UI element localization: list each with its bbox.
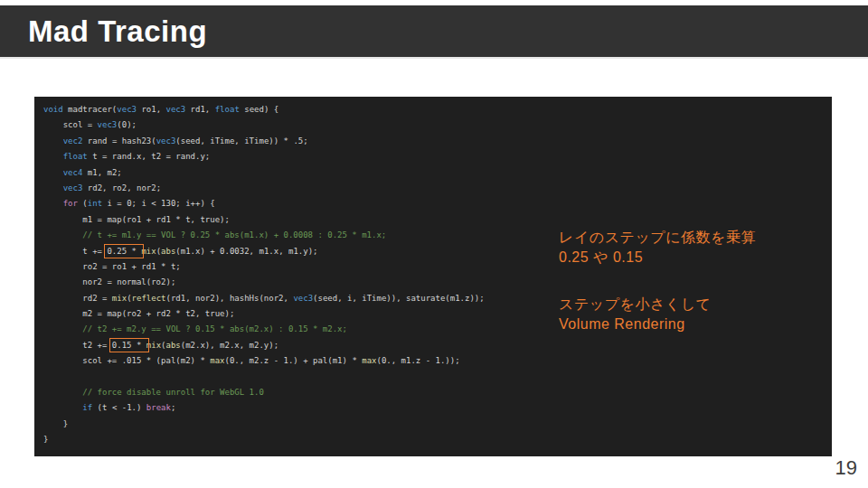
- code-token: (: [78, 199, 88, 208]
- code-token: vec3: [98, 120, 118, 129]
- code-line: vec2 rand = hash23(vec3(seed, iTime, iTi…: [43, 134, 832, 149]
- code-token: t = rand.x, t2 = rand.y;: [88, 152, 210, 161]
- code-line: nor2 = normal(ro2);: [43, 275, 832, 290]
- code-token: reflect: [132, 294, 166, 303]
- code-token: scol =: [43, 120, 98, 129]
- code-panel: void madtracer(vec3 ro1, vec3 rd1, float…: [34, 97, 832, 456]
- code-token: scol += .015 * (pal(m2) *: [43, 356, 210, 365]
- code-line: vec4 m1, m2;: [43, 165, 832, 181]
- code-token: (m2.x), m2.x, m2.y);: [181, 341, 278, 350]
- code-token: }: [43, 419, 68, 428]
- code-token: max: [210, 356, 224, 365]
- code-token: vec2: [63, 136, 83, 145]
- code-token: rand = hash23(: [82, 136, 156, 145]
- code-line: for (int i = 0; i < 130; i++) {: [43, 196, 832, 211]
- code-token: (0., m2.z - 1.) + pal(m1) *: [225, 356, 363, 365]
- annotation-line: Volume Rendering: [559, 314, 711, 334]
- code-token: mix: [141, 247, 156, 256]
- code-token: t2 +=: [43, 341, 112, 350]
- code-token: ro1,: [137, 105, 166, 114]
- code-token: [43, 403, 82, 412]
- code-token: void: [43, 105, 63, 114]
- code-token: [43, 136, 63, 145]
- code-line: scol = vec3(0);: [43, 117, 832, 133]
- code-token: rd1,: [185, 105, 215, 114]
- code-token: max: [362, 356, 376, 365]
- slide-title: Mad Tracing: [28, 14, 207, 49]
- code-token: // force disable unroll for WebGL 1.0: [43, 388, 264, 397]
- code-token: nor2 = normal(ro2);: [43, 277, 175, 286]
- code-token: (seed, iTime, iTime)) * .5;: [175, 136, 307, 145]
- code-token: rd2, ro2, nor2;: [82, 183, 161, 192]
- annotation-line: ステップを小さくして: [559, 295, 711, 314]
- code-token: madtracer(: [63, 105, 118, 114]
- code-line: float t = rand.x, t2 = rand.y;: [43, 149, 832, 164]
- code-token: (m1.x) + 0.0032, m1.x, m1.y);: [175, 247, 317, 256]
- code-token: (t < -1.): [92, 403, 146, 412]
- code-line: }: [43, 432, 832, 447]
- code-token: m1 = map(ro1 + rd1 * t, true);: [43, 215, 230, 224]
- code-token: [43, 152, 63, 161]
- code-line: void madtracer(vec3 ro1, vec3 rd1, float…: [43, 102, 832, 117]
- highlight-box: 0.25 *: [107, 247, 141, 256]
- page-number: 19: [835, 456, 857, 480]
- code-line: // t2 += m2.y == VOL ? 0.15 * abs(m2.x) …: [43, 322, 832, 337]
- code-token: (seed, i, iTime)), saturate(m1.z));: [313, 294, 485, 303]
- code-token: t +=: [43, 247, 107, 256]
- code-token: mix: [146, 341, 161, 350]
- code-token: int: [88, 199, 102, 208]
- code-token: vec3: [63, 183, 83, 192]
- code-token: vec3: [117, 105, 137, 114]
- code-token: (rd1, nor2), hashHs(nor2,: [165, 294, 293, 303]
- code-token: i = 0; i < 130; i++) {: [102, 199, 215, 208]
- code-token: vec4: [63, 168, 83, 177]
- code-token: }: [43, 435, 48, 444]
- code-line: m1 = map(ro1 + rd1 * t, true);: [43, 212, 832, 228]
- code-token: m2 = map(ro2 + rd2 * t2, true);: [43, 309, 234, 318]
- code-token: // t2 += m2.y == VOL ? 0.15 * abs(m2.x) …: [43, 324, 347, 333]
- code-token: (0);: [117, 120, 137, 129]
- code-token: abs: [165, 341, 180, 350]
- code-line: [43, 370, 832, 385]
- code-token: vec3: [293, 294, 313, 303]
- code-line: if (t < -1.) break;: [43, 400, 832, 416]
- code-line: m2 = map(ro2 + rd2 * t2, true);: [43, 306, 832, 322]
- code-token: seed) {: [240, 105, 278, 114]
- code-block: void madtracer(vec3 ro1, vec3 rd1, float…: [43, 102, 832, 448]
- code-token: break: [146, 403, 171, 412]
- annotation-step-coefficient: レイのステップに係数を乗算 0.25 や 0.15: [559, 228, 756, 267]
- code-token: for: [63, 199, 78, 208]
- annotation-line: レイのステップに係数を乗算: [559, 228, 756, 248]
- code-token: ro2 = ro1 + rd1 * t;: [43, 262, 181, 271]
- code-token: ;: [171, 403, 175, 412]
- code-token: float: [215, 105, 240, 114]
- code-line: }: [43, 417, 832, 432]
- code-token: [43, 168, 63, 177]
- code-line: t2 += 0.15 * mix(abs(m2.x), m2.x, m2.y);: [43, 338, 832, 353]
- code-line: scol += .015 * (pal(m2) * max(0., m2.z -…: [43, 353, 832, 369]
- code-line: // force disable unroll for WebGL 1.0: [43, 385, 832, 400]
- code-token: (0., m1.z - 1.));: [376, 356, 459, 365]
- code-line: rd2 = mix(reflect(rd1, nor2), hashHs(nor…: [43, 291, 832, 306]
- code-token: if: [82, 403, 92, 412]
- code-token: // t += m1.y == VOL ? 0.25 * abs(m1.x) +…: [43, 230, 386, 239]
- code-token: m1, m2;: [82, 168, 121, 177]
- code-token: rd2 =: [43, 294, 112, 303]
- code-token: abs: [161, 247, 175, 256]
- code-token: mix: [112, 294, 127, 303]
- code-token: float: [63, 152, 88, 161]
- annotation-line: 0.25 や 0.15: [559, 248, 756, 267]
- code-token: [43, 183, 63, 192]
- highlight-box: 0.15 *: [112, 341, 146, 350]
- slide-title-bar: Mad Tracing: [0, 5, 868, 59]
- annotation-volume-rendering: ステップを小さくして Volume Rendering: [559, 295, 711, 334]
- code-line: vec3 rd2, ro2, nor2;: [43, 181, 832, 196]
- code-token: vec3: [166, 105, 186, 114]
- code-token: vec3: [156, 136, 176, 145]
- code-token: [43, 199, 63, 208]
